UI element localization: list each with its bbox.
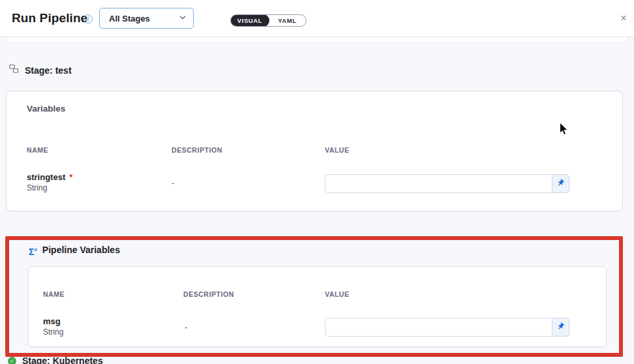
variable-name: msg	[43, 316, 63, 327]
variables-panel: Variables NAME DESCRIPTION VALUE stringt…	[6, 91, 623, 211]
toggle-visual[interactable]: VISUAL	[230, 14, 269, 27]
sigma-variables-icon: Σx	[29, 245, 37, 257]
table-row: stringtest* String	[27, 172, 72, 193]
pin-input-type-button[interactable]	[552, 174, 569, 193]
success-check-icon: ✓	[8, 357, 16, 364]
page-title: Run Pipeline	[12, 11, 87, 25]
pushpin-icon	[556, 322, 565, 333]
pin-input-type-button[interactable]	[552, 318, 569, 337]
variables-panel-title: Variables	[27, 104, 65, 114]
variable-value-field	[325, 318, 569, 337]
stage-test-heading: Stage: test	[9, 64, 72, 76]
msg-value-input[interactable]	[325, 318, 552, 337]
column-header-description: DESCRIPTION	[183, 290, 234, 298]
column-header-name: NAME	[27, 146, 48, 154]
stage-selector-value: All Stages	[109, 14, 179, 23]
pipeline-variables-heading: Σx Pipeline Variables	[29, 245, 120, 257]
variable-name: stringtest*	[27, 172, 72, 183]
stage-test-label: Stage: test	[25, 65, 72, 76]
stage-kubernetes-label: Stage: Kubernetes	[22, 356, 103, 364]
column-header-name: NAME	[43, 290, 65, 298]
stage-icon	[9, 64, 19, 76]
variable-type: String	[43, 327, 63, 337]
info-icon[interactable]: i	[83, 14, 93, 23]
required-asterisk: *	[69, 172, 72, 182]
dialog-header: Run Pipeline i All Stages VISUAL YAML ×	[0, 0, 634, 37]
stage-selector-dropdown[interactable]: All Stages	[99, 8, 194, 29]
previous-panel-bottom-edge	[5, 37, 628, 43]
toggle-yaml[interactable]: YAML	[269, 15, 306, 26]
column-header-description: DESCRIPTION	[172, 146, 222, 154]
table-row: msg String	[43, 316, 63, 337]
visual-yaml-toggle: VISUAL YAML	[230, 14, 307, 27]
close-icon[interactable]: ×	[617, 12, 630, 25]
variable-description: -	[185, 322, 187, 332]
stage-kubernetes-heading: ✓ Stage: Kubernetes	[8, 356, 103, 364]
chevron-down-icon	[179, 12, 187, 24]
variable-type: String	[27, 183, 72, 193]
pipeline-variables-title: Pipeline Variables	[42, 245, 120, 255]
pushpin-icon	[556, 178, 565, 190]
pipeline-variables-panel: NAME DESCRIPTION VALUE msg String -	[28, 266, 607, 347]
column-header-value: VALUE	[325, 146, 350, 154]
variable-value-field	[325, 174, 569, 193]
column-header-value: VALUE	[325, 290, 350, 298]
stringtest-value-input[interactable]	[325, 174, 552, 193]
variable-description: -	[172, 178, 174, 188]
